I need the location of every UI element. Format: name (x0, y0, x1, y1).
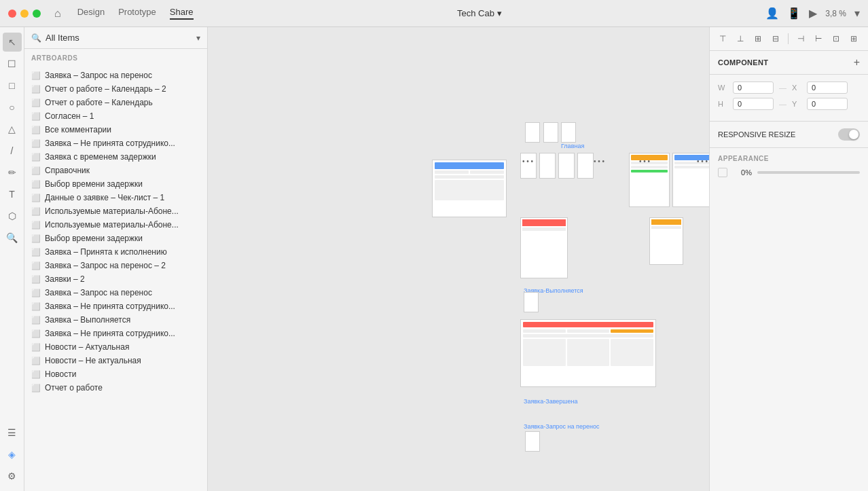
label-zavershena: Заявка-Завершена (524, 398, 578, 405)
close-button[interactable] (8, 10, 16, 18)
frame-7 (577, 153, 594, 179)
dots-4: • • • (639, 158, 650, 165)
align-top-icon[interactable]: ⊤ (715, 31, 730, 46)
distribute-v-icon[interactable]: ⊢ (811, 31, 826, 46)
frame-3 (561, 122, 576, 143)
frame-mid-big (520, 319, 656, 387)
artboard-item-23[interactable]: ⬜Отчет о работе (24, 381, 207, 395)
artboard-item-5[interactable]: ⬜Заявка – Не принята сотруднико... (24, 137, 207, 150)
tab-design[interactable]: Design (77, 7, 105, 20)
align-middle-icon[interactable]: ⊥ (733, 31, 748, 46)
settings-tool[interactable]: ⚙ (3, 467, 22, 486)
play-icon[interactable]: ▶ (809, 7, 817, 20)
frame-6 (558, 153, 575, 179)
artboard-item-7[interactable]: ⬜Справочник (24, 164, 207, 177)
artboard-icon-7: ⬜ (31, 166, 41, 175)
canvas-area[interactable]: Главная (208, 27, 709, 491)
rectangle-tool[interactable]: □ (3, 76, 22, 95)
layers-tool[interactable]: ◈ (3, 445, 22, 464)
artboard-icon-14: ⬜ (31, 261, 41, 270)
artboard-icon-15: ⬜ (31, 275, 41, 284)
distribute-h-icon[interactable]: ⊣ (793, 31, 808, 46)
maximize-button[interactable] (33, 10, 41, 18)
artboard-icon-5: ⬜ (31, 139, 41, 148)
pages-tool[interactable]: ☰ (3, 423, 22, 442)
y-input[interactable] (807, 98, 848, 110)
artboard-item-16[interactable]: ⬜Заявка – Запрос на перенос (24, 286, 207, 299)
opacity-check-icon[interactable] (718, 168, 727, 177)
component-add-button[interactable]: + (854, 56, 860, 69)
artboard-item-10[interactable]: ⬜Используемые материалы-Абоне... (24, 204, 207, 218)
oval-tool[interactable]: ○ (3, 98, 22, 117)
props-section: W — X H — Y (710, 75, 868, 122)
opacity-bar[interactable] (757, 171, 860, 174)
tab-share[interactable]: Share (170, 7, 194, 20)
artboard-item-19[interactable]: ⬜Заявка – Не принята сотруднико... (24, 327, 207, 340)
artboard-icon-0: ⬜ (31, 71, 41, 80)
artboard-item-1[interactable]: ⬜Отчет о работе – Календарь – 2 (24, 82, 207, 96)
w-input[interactable] (733, 81, 774, 94)
artboard-list: ⬜Заявка – Запрос на перенос⬜Отчет о рабо… (24, 69, 207, 491)
search-bar: 🔍 ▾ (24, 27, 207, 49)
frame-1 (525, 122, 540, 143)
home-icon[interactable]: ⌂ (54, 7, 61, 20)
search-icon: 🔍 (31, 33, 41, 43)
artboard-item-4[interactable]: ⬜Все комментарии (24, 123, 207, 137)
artboard-item-14[interactable]: ⬜Заявка – Запрос на перенос – 2 (24, 259, 207, 272)
artboard-icon-6: ⬜ (31, 153, 41, 162)
responsive-resize-toggle[interactable] (838, 128, 860, 141)
h-label: H (718, 100, 727, 108)
group-icon[interactable]: ⊞ (846, 31, 861, 46)
select-tool[interactable]: ↖ (3, 33, 22, 52)
tab-prototype[interactable]: Prototype (118, 7, 156, 20)
artboard-icon-2: ⬜ (31, 98, 41, 107)
section-label: ARTBOARDS (31, 54, 200, 62)
right-sidebar: ⊤ ⊥ ⊞ ⊟ ⊣ ⊢ ⊡ ⊞ COMPONENT + W — X H (709, 27, 868, 491)
avatar-icon[interactable]: 👤 (765, 7, 779, 20)
artboard-item-3[interactable]: ⬜Согласен – 1 (24, 109, 207, 123)
triangle-tool[interactable]: △ (3, 120, 22, 139)
line-tool[interactable]: / (3, 141, 22, 160)
artboard-item-22[interactable]: ⬜Новости (24, 367, 207, 381)
artboard-icon-17: ⬜ (31, 302, 41, 311)
sidebar-container: ↖ ☐ □ ○ △ / ✏ T ⬡ 🔍 ☰ ◈ ⚙ 🔍 ▾ ARTBOARD (0, 27, 208, 491)
artboard-item-18[interactable]: ⬜Заявка – Выполняется (24, 313, 207, 327)
artboard-item-11[interactable]: ⬜Используемые материалы-Абоне... (24, 218, 207, 232)
artboard-icon-12: ⬜ (31, 234, 41, 243)
frame-27 (649, 217, 683, 265)
pen-tool[interactable]: ✏ (3, 163, 22, 182)
artboard-item-13[interactable]: ⬜Заявка – Принята к исполнению (24, 245, 207, 259)
artboard-item-20[interactable]: ⬜Новости – Актуальная (24, 340, 207, 354)
align-bottom-icon[interactable]: ⊞ (751, 31, 765, 46)
distribute-space-icon[interactable]: ⊡ (829, 31, 844, 46)
component-tool[interactable]: ⬡ (3, 206, 22, 225)
artboard-item-21[interactable]: ⬜Новости – Не актуальная (24, 354, 207, 367)
search-tool[interactable]: 🔍 (3, 228, 22, 247)
search-chevron-icon[interactable]: ▾ (196, 33, 200, 43)
h-input[interactable] (733, 98, 774, 110)
frame-tool[interactable]: ☐ (3, 54, 22, 73)
align-vert-icon[interactable]: ⊟ (768, 31, 783, 46)
artboard-item-9[interactable]: ⬜Данные о заявке – Чек-лист – 1 (24, 191, 207, 204)
x-input[interactable] (807, 81, 848, 94)
zoom-level[interactable]: 3,8 % (825, 9, 846, 18)
title-chevron[interactable]: ▾ (497, 8, 502, 18)
text-tool[interactable]: T (3, 185, 22, 204)
minimize-button[interactable] (20, 10, 29, 18)
artboard-item-8[interactable]: ⬜Выбор времени задержки (24, 177, 207, 191)
artboard-item-15[interactable]: ⬜Заявки – 2 (24, 272, 207, 286)
y-label: Y (792, 100, 801, 108)
device-icon[interactable]: 📱 (787, 7, 801, 20)
artboard-item-2[interactable]: ⬜Отчет о работе – Календарь (24, 96, 207, 109)
main-label: Главная (561, 143, 584, 149)
artboard-item-6[interactable]: ⬜Заявка с временем задержки (24, 150, 207, 164)
zoom-chevron-icon[interactable]: ▾ (854, 7, 860, 20)
artboard-item-12[interactable]: ⬜Выбор времени задержки (24, 232, 207, 245)
artboard-icon-13: ⬜ (31, 248, 41, 257)
artboard-item-0[interactable]: ⬜Заявка – Запрос на перенос (24, 69, 207, 82)
search-input[interactable] (46, 33, 192, 43)
opacity-row: 0% (718, 168, 860, 177)
artboard-item-17[interactable]: ⬜Заявка – Не принята сотруднико... (24, 299, 207, 313)
toolbar-sep-1 (788, 33, 789, 44)
frame-12 (520, 217, 568, 278)
